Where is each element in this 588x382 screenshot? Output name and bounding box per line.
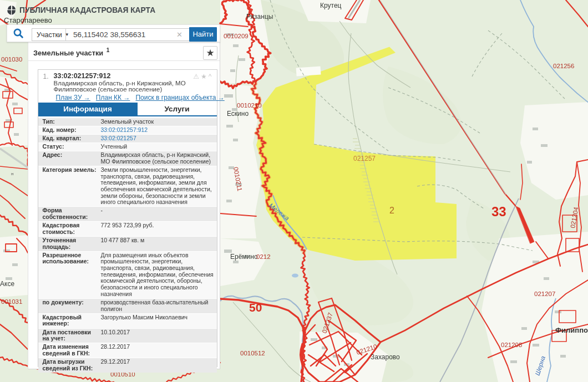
svg-text:021207: 021207 — [534, 291, 555, 297]
svg-text:Захарово: Захарово — [371, 353, 400, 361]
svg-text:н: н — [11, 171, 13, 176]
svg-text:001030: 001030 — [1, 56, 22, 63]
svg-text:2: 2 — [389, 206, 394, 215]
svg-text:Ерёмино: Ерёмино — [230, 253, 258, 261]
svg-text:Ескино: Ескино — [227, 110, 249, 118]
svg-text:021208: 021208 — [501, 342, 522, 348]
svg-text:021256: 021256 — [553, 63, 574, 69]
svg-text:0010512: 0010512 — [240, 350, 265, 356]
svg-text:50: 50 — [249, 301, 262, 314]
svg-text:021257: 021257 — [353, 155, 376, 162]
svg-text:001031: 001031 — [1, 298, 22, 305]
svg-text:0010209: 0010209 — [224, 33, 249, 39]
svg-text:Филипповское: Филипповское — [555, 326, 588, 334]
svg-text:Старопареево: Старопареево — [4, 16, 52, 24]
svg-text:Аксе: Аксе — [0, 280, 14, 288]
svg-text:0010210: 0010210 — [237, 102, 262, 109]
svg-text:33: 33 — [491, 204, 506, 219]
svg-text:Рязанцы: Рязанцы — [246, 13, 273, 21]
svg-text:Крутец: Крутец — [320, 2, 342, 9]
svg-text:0212: 0212 — [256, 253, 271, 260]
